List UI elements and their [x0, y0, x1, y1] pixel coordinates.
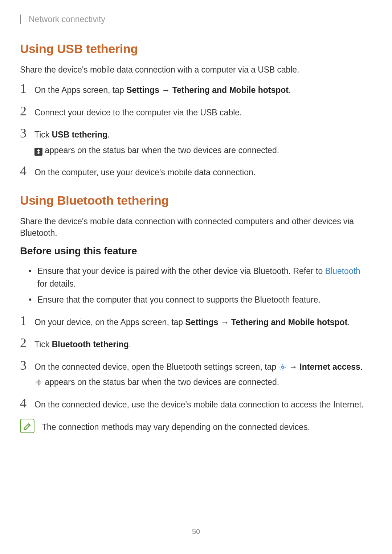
note-icon [20, 419, 34, 433]
note-box: The connection methods may vary dependin… [20, 419, 365, 434]
usb-step-3: 3 Tick USB tethering. appears on the sta… [20, 127, 365, 156]
step-number: 1 [20, 82, 34, 97]
subsection-title: Before using this feature [20, 245, 365, 257]
step-text: On the connected device, use the device'… [34, 400, 364, 409]
step-text: Connect your device to the computer via … [34, 108, 242, 117]
step-number: 3 [20, 359, 34, 389]
header-section: Network connectivity [20, 15, 365, 24]
section-intro-bt: Share the device's mobile data connectio… [20, 216, 365, 239]
bt-step-1: 1 On your device, on the Apps screen, ta… [20, 314, 365, 329]
svg-point-1 [36, 382, 37, 383]
step-number: 4 [20, 397, 34, 411]
step-text: On the computer, use your device's mobil… [34, 168, 256, 177]
bt-step-3: 3 On the connected device, open the Blue… [20, 359, 365, 389]
page-number: 50 [0, 528, 392, 536]
step-text: On your device, on the Apps screen, tap … [34, 317, 350, 327]
step-text: Tick Bluetooth tethering. [34, 340, 131, 349]
bullet-text: Ensure that the computer that you connec… [37, 294, 320, 306]
step-sub-text: appears on the status bar when the two d… [34, 144, 365, 157]
usb-step-1: 1 On the Apps screen, tap Settings → Tet… [20, 82, 365, 97]
bluetooth-tether-status-icon [34, 378, 42, 386]
step-sub-text: appears on the status bar when the two d… [34, 376, 365, 389]
step-number: 3 [20, 127, 34, 156]
bullet-list: • Ensure that your device is paired with… [20, 265, 365, 306]
step-number: 2 [20, 104, 34, 119]
step-number: 1 [20, 314, 34, 329]
bullet-dot: • [29, 265, 37, 290]
section-title-bt: Using Bluetooth tethering [20, 193, 365, 208]
breadcrumb: Network connectivity [29, 15, 365, 24]
svg-point-2 [41, 382, 42, 383]
bt-step-4: 4 On the connected device, use the devic… [20, 397, 365, 411]
bullet-dot: • [29, 294, 37, 306]
settings-gear-icon [279, 363, 287, 371]
section-title-usb: Using USB tethering [20, 42, 365, 56]
usb-step-2: 2 Connect your device to the computer vi… [20, 104, 365, 119]
step-number: 4 [20, 164, 34, 179]
bullet-item: • Ensure that your device is paired with… [20, 265, 365, 290]
bullet-item: • Ensure that the computer that you conn… [20, 294, 365, 306]
step-number: 2 [20, 336, 34, 351]
step-text: On the connected device, open the Blueto… [34, 362, 363, 372]
usb-step-4: 4 On the computer, use your device's mob… [20, 164, 365, 179]
step-text: Tick USB tethering. [34, 130, 110, 139]
note-text: The connection methods may vary dependin… [38, 419, 365, 434]
svg-point-0 [281, 366, 283, 368]
bullet-text: Ensure that your device is paired with t… [37, 265, 365, 290]
bt-step-2: 2 Tick Bluetooth tethering. [20, 336, 365, 351]
link-bluetooth[interactable]: Bluetooth [325, 266, 360, 276]
step-text: On the Apps screen, tap Settings → Tethe… [34, 85, 291, 95]
usb-tether-status-icon [34, 148, 42, 156]
section-intro-usb: Share the device's mobile data connectio… [20, 64, 365, 75]
